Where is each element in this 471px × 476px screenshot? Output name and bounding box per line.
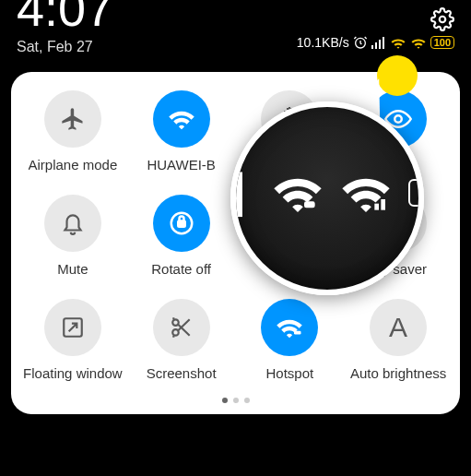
tile-label: Floating window [23,365,123,381]
wifi-icon-2 [410,36,427,49]
tile-label: Rotate off [151,261,211,277]
zoom-wifi-icon-2 [340,173,392,213]
svg-rect-12 [294,331,301,335]
magnifier-callout: ▌ [230,101,424,295]
tile-screenshot[interactable]: Screenshot [127,299,236,381]
zoom-edge-left: ▌ [230,173,255,214]
svg-point-11 [172,329,179,336]
pager-dot [222,398,228,403]
tile-airplane[interactable]: Airplane mode [18,90,127,173]
airplane-icon [44,90,101,148]
svg-point-0 [440,17,446,23]
svg-rect-15 [382,199,386,210]
pager-dot [233,398,239,403]
clock: 4:07 [17,0,454,33]
svg-rect-3 [375,42,377,49]
tile-hotspot[interactable]: Hotspot [236,299,345,381]
settings-icon[interactable] [430,7,454,31]
date: Sat, Feb 27 [17,39,93,55]
signal-icon [371,36,386,49]
svg-point-6 [394,115,402,123]
svg-rect-13 [304,201,315,208]
status-indicators: 10.1KB/s 100 [297,35,454,50]
svg-rect-5 [383,37,384,49]
svg-rect-14 [375,204,380,210]
pager-dot [244,398,250,403]
tile-rotate[interactable]: Rotate off [127,195,236,277]
tile-mute[interactable]: Mute [18,195,127,277]
wifi-icon-1 [390,36,406,49]
float-window-icon [44,299,101,356]
zoom-wifi-icon-1 [272,173,324,213]
svg-rect-4 [379,40,381,49]
tile-floating-window[interactable]: Floating window [18,299,127,381]
tile-label: Airplane mode [29,157,118,173]
tile-label: Screenshot [147,365,217,381]
zoom-edge-right [408,179,424,207]
scissors-icon [153,299,210,356]
pager-dots[interactable] [18,398,453,403]
alarm-icon [353,35,368,50]
tile-label: HUAWEI-B [147,157,215,173]
status-bar: 4:07 Sat, Feb 27 10.1KB/s 100 [0,0,471,57]
svg-rect-2 [371,45,373,49]
tile-label: Auto brightness [350,365,446,381]
hotspot-icon [261,299,318,356]
tile-label: Hotspot [266,365,314,381]
auto-brightness-icon: A [370,299,427,356]
data-rate: 10.1KB/s [297,35,349,50]
tile-label: Mute [57,261,88,277]
tile-auto-brightness[interactable]: A Auto brightness [344,299,453,381]
tile-wifi[interactable]: HUAWEI-B [127,90,236,173]
battery-indicator: 100 [430,36,454,49]
svg-point-10 [172,319,179,326]
rotate-lock-icon [153,195,210,252]
bell-icon [44,195,101,252]
wifi-icon [153,90,210,148]
svg-rect-8 [178,221,185,227]
